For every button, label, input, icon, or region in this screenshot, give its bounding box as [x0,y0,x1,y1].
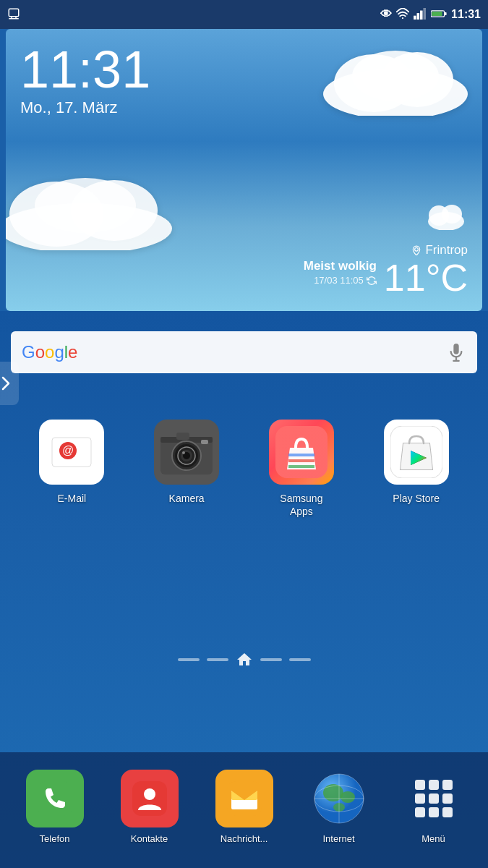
svg-rect-39 [201,440,208,444]
weather-location: Frintrop [304,243,468,258]
svg-point-56 [341,791,355,803]
contacts-icon [121,770,179,827]
dock-item-messages[interactable]: Nachricht... [205,770,284,844]
menu-label: Menü [421,833,445,844]
messages-label: Nachricht... [221,833,268,844]
cloud-bottom-left [6,163,194,253]
svg-rect-67 [442,793,453,804]
svg-rect-10 [445,12,447,14]
page-dots [0,651,488,668]
svg-rect-24 [453,344,458,354]
weather-temperature: 11°C [384,259,468,297]
svg-rect-62 [415,780,425,790]
screenshot-icon [7,7,20,22]
svg-rect-70 [442,807,453,817]
google-logo: Google [22,342,77,362]
arrow-button[interactable] [0,362,19,405]
svg-text:@: @ [62,444,74,456]
search-bar[interactable]: Google [11,331,477,373]
camera-label: Kamera [169,492,205,505]
svg-rect-66 [429,793,439,804]
search-bar-container[interactable]: Google [11,331,477,373]
weather-description: Meist wolkig [304,259,377,273]
dock-item-internet[interactable]: Internet [299,770,379,844]
signal-icon [414,8,427,22]
contacts-label: Kontakte [131,833,168,844]
svg-rect-11 [432,12,442,16]
eye-icon: 👁 [380,8,392,21]
email-icon: @ [39,420,104,485]
weather-time: 11:31 Mo., 17. März [20,43,150,117]
app-item-playstore[interactable]: Play Store [369,420,463,518]
playstore-label: Play Store [393,492,440,505]
dock-item-menu[interactable]: Menü [394,770,474,844]
dock-item-contacts[interactable]: Kontakte [110,770,189,844]
dock-item-phone[interactable]: Telefon [15,770,95,844]
messages-icon [215,770,273,827]
svg-rect-8 [424,8,427,20]
svg-rect-6 [417,13,420,20]
weather-cloud-icon [424,201,468,233]
phone-icon [26,770,84,827]
status-time: 11:31 [451,8,481,21]
svg-rect-38 [176,433,189,440]
samsung-apps-icon [269,420,334,485]
dock: Telefon Kontakte Nachricht... [0,752,488,868]
status-bar: 👁 11:31 [0,0,488,29]
svg-rect-5 [414,15,416,19]
apps-grid: @ E-Mail Kamera [0,405,488,532]
page-dot-3 [260,658,282,661]
weather-date: Mo., 17. März [20,98,150,117]
status-left-icons [7,7,20,22]
weather-clock: 11:31 [20,43,150,95]
svg-rect-63 [429,780,439,790]
wifi-icon [396,8,409,22]
home-button[interactable] [236,651,253,668]
svg-point-4 [402,17,403,18]
weather-updated: 17/03 11:05 [304,275,377,286]
camera-icon [154,420,219,485]
email-label: E-Mail [58,492,87,505]
svg-rect-7 [420,10,423,19]
page-dot-2 [207,658,228,661]
phone-label: Telefon [40,833,70,844]
svg-point-15 [352,51,439,101]
status-right-icons: 👁 11:31 [380,8,481,22]
internet-icon [310,770,368,827]
svg-rect-47 [38,781,72,816]
svg-rect-43 [288,465,314,468]
app-item-camera[interactable]: Kamera [140,420,234,518]
app-item-email[interactable]: @ E-Mail [25,420,119,518]
internet-label: Internet [322,833,354,844]
microphone-icon[interactable] [446,342,466,362]
svg-rect-42 [288,459,314,462]
battery-icon [431,9,447,21]
svg-point-37 [182,451,185,454]
samsung-apps-label: SamsungApps [280,492,322,518]
svg-point-23 [415,248,419,252]
page-dot-4 [289,658,311,661]
svg-rect-65 [415,793,425,804]
weather-widget: 11:31 Mo., 17. März Frintrop Meist wolki… [6,29,482,311]
svg-point-49 [144,788,155,800]
svg-rect-69 [429,807,439,817]
svg-rect-0 [9,9,19,17]
app-item-samsung[interactable]: SamsungApps [254,420,348,518]
cloud-top-right [316,36,475,119]
menu-icon [405,770,463,827]
svg-rect-68 [415,807,425,817]
svg-point-19 [35,178,136,233]
svg-point-22 [442,205,462,224]
svg-rect-64 [442,780,453,790]
svg-rect-41 [288,454,314,456]
page-dot-1 [178,658,200,661]
playstore-icon [384,420,449,485]
weather-info: Frintrop Meist wolkig 17/03 11:05 11°C [304,243,468,297]
